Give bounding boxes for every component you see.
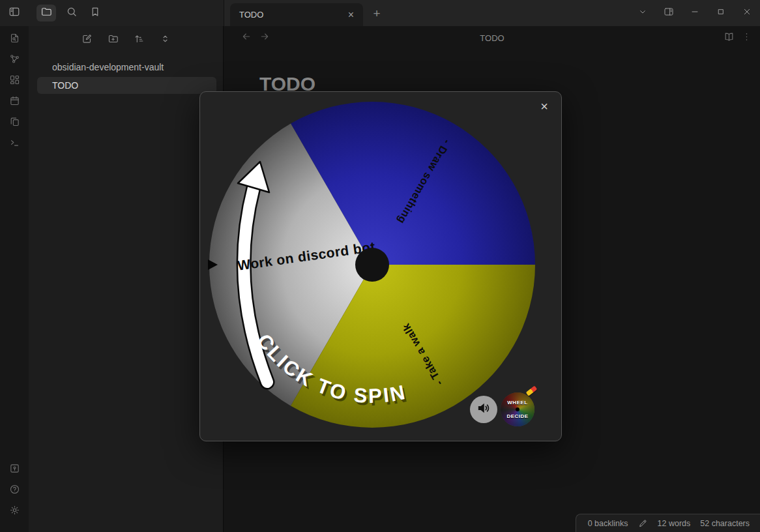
ribbon (0, 26, 29, 532)
tab-title: TODO (239, 10, 345, 20)
edit-icon (81, 33, 93, 47)
new-note-button[interactable] (78, 32, 95, 48)
folder-plus-icon (108, 33, 119, 47)
graph-view-button[interactable] (6, 52, 23, 68)
toggle-right-sidebar-button[interactable] (656, 0, 682, 26)
vault-icon (9, 463, 20, 477)
files-tab-button[interactable] (37, 5, 56, 22)
explorer-toolbar (29, 26, 223, 53)
file-explorer: obsidian-development-vault TODO (29, 26, 224, 532)
obsidian-window: TODO × + (0, 0, 760, 532)
sort-icon (134, 33, 145, 47)
daily-note-button[interactable] (6, 94, 23, 110)
wheel-decide-logo[interactable]: WHEEL DECIDE (501, 392, 534, 426)
new-tab-button[interactable]: + (368, 5, 386, 22)
speaker-icon (475, 400, 492, 419)
view-actions (723, 26, 752, 50)
wheel-hub (355, 248, 389, 282)
tab-todo[interactable]: TODO × (230, 3, 363, 26)
more-options-button[interactable] (741, 31, 752, 45)
character-count: 52 characters (700, 519, 750, 528)
panel-right-icon (664, 7, 674, 20)
calendar-icon (9, 95, 20, 109)
terminal-icon (9, 137, 20, 151)
backlinks-count[interactable]: 0 backlinks (588, 519, 628, 528)
maximize-icon (716, 7, 726, 20)
copy-icon (9, 116, 20, 130)
tab-close-button[interactable]: × (345, 8, 357, 22)
sound-toggle-button[interactable] (470, 396, 497, 423)
panel-left-icon (8, 6, 20, 20)
file-item-todo[interactable]: TODO (37, 77, 216, 94)
spin-wheel[interactable]: Work on discord bot - Draw something - T… (204, 96, 543, 436)
help-button[interactable] (6, 482, 23, 498)
bookmarks-tab-button[interactable] (86, 5, 104, 22)
maximize-button[interactable] (708, 0, 734, 26)
vault-switcher-button[interactable] (6, 462, 23, 477)
word-count: 12 words (658, 519, 691, 528)
vault-name[interactable]: obsidian-development-vault (29, 59, 223, 76)
canvas-button[interactable] (6, 73, 23, 89)
toggle-left-sidebar-button[interactable] (5, 5, 23, 22)
tab-list-button[interactable] (630, 0, 656, 26)
search-in-files-button[interactable] (6, 31, 23, 47)
minimize-button[interactable] (682, 0, 708, 26)
logo-text-decide: DECIDE (501, 413, 534, 419)
titlebar: TODO × + (0, 0, 760, 26)
logo-hub-dot (516, 407, 519, 411)
close-icon (742, 7, 752, 20)
help-icon (9, 484, 20, 497)
file-name-label: TODO (52, 80, 78, 91)
layout-dashboard-icon (9, 74, 20, 88)
vault-name-label: obsidian-development-vault (52, 62, 164, 72)
terminal-button[interactable] (6, 136, 23, 151)
view-title: TODO (224, 33, 760, 43)
chevrons-up-down-icon (160, 33, 171, 47)
window-controls (630, 0, 760, 26)
templates-button[interactable] (6, 115, 23, 130)
gear-icon (9, 505, 20, 518)
wheel-decide-modal: × (199, 91, 562, 441)
new-folder-button[interactable] (104, 32, 121, 48)
view-header: TODO (224, 26, 760, 50)
close-window-button[interactable] (734, 0, 760, 26)
folder-icon (40, 6, 52, 20)
chevron-down-icon (637, 7, 648, 20)
logo-text-wheel: WHEEL (501, 400, 534, 406)
file-search-icon (9, 33, 20, 46)
status-bar: 0 backlinks 12 words 52 characters (576, 514, 760, 532)
bookmark-icon (89, 6, 101, 20)
settings-button[interactable] (6, 503, 23, 519)
search-tab-button[interactable] (63, 5, 81, 22)
collapse-all-button[interactable] (156, 32, 173, 48)
titlebar-left (0, 0, 224, 26)
reading-mode-button[interactable] (723, 31, 735, 45)
sort-order-button[interactable] (130, 32, 147, 48)
edit-mode-icon[interactable] (638, 518, 648, 528)
search-icon (66, 6, 78, 20)
graph-icon (9, 53, 20, 67)
minimize-icon (690, 7, 700, 20)
